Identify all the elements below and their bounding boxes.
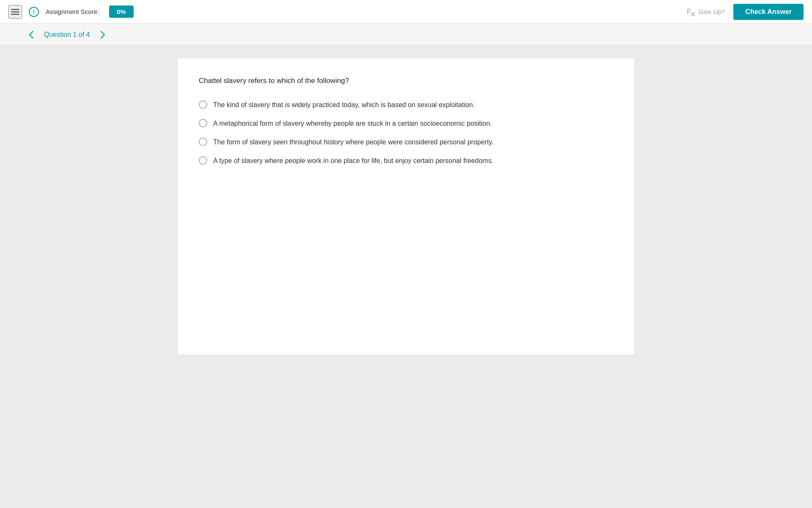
option-text-1: The kind of slavery that is widely pract… [213,100,475,110]
option-text-4: A type of slavery where people work in o… [213,156,494,166]
svg-rect-5 [687,11,690,12]
answer-options: The kind of slavery that is widely pract… [199,100,613,166]
radio-3[interactable] [199,138,207,146]
header-right: Give Up? Check Answer [686,4,804,20]
prev-question-button[interactable] [25,29,37,41]
give-up-button[interactable]: Give Up? [686,7,725,17]
radio-2[interactable] [199,119,207,127]
question-counter: Question 1 of 4 [44,31,90,39]
give-up-icon [686,7,695,17]
answer-option-1[interactable]: The kind of slavery that is widely pract… [199,100,613,110]
option-text-3: The form of slavery seen throughout hist… [213,137,494,147]
assignment-score-label: Assignment Score: [46,8,99,15]
svg-rect-0 [11,9,19,10]
option-text-2: A metaphorical form of slavery whereby p… [213,119,492,129]
give-up-label: Give Up? [699,8,725,15]
svg-rect-2 [11,14,19,15]
question-card: Chattel slavery refers to which of the f… [178,58,634,355]
radio-4[interactable] [199,156,207,165]
question-text: Chattel slavery refers to which of the f… [199,75,613,86]
svg-rect-4 [687,8,691,9]
answer-option-3[interactable]: The form of slavery seen throughout hist… [199,137,613,147]
next-question-button[interactable] [97,29,109,41]
svg-rect-1 [11,11,19,12]
header-left: i Assignment Score: 0% [8,5,686,19]
main-content: Chattel slavery refers to which of the f… [0,46,812,508]
header: i Assignment Score: 0% Give Up? Check An… [0,0,812,24]
score-badge: 0% [109,6,134,18]
menu-button[interactable] [8,5,22,19]
radio-1[interactable] [199,100,207,109]
info-icon: i [29,7,39,17]
question-nav-bar: Question 1 of 4 [0,24,812,46]
answer-option-2[interactable]: A metaphorical form of slavery whereby p… [199,119,613,129]
check-answer-button[interactable]: Check Answer [733,4,804,20]
answer-option-4[interactable]: A type of slavery where people work in o… [199,156,613,166]
